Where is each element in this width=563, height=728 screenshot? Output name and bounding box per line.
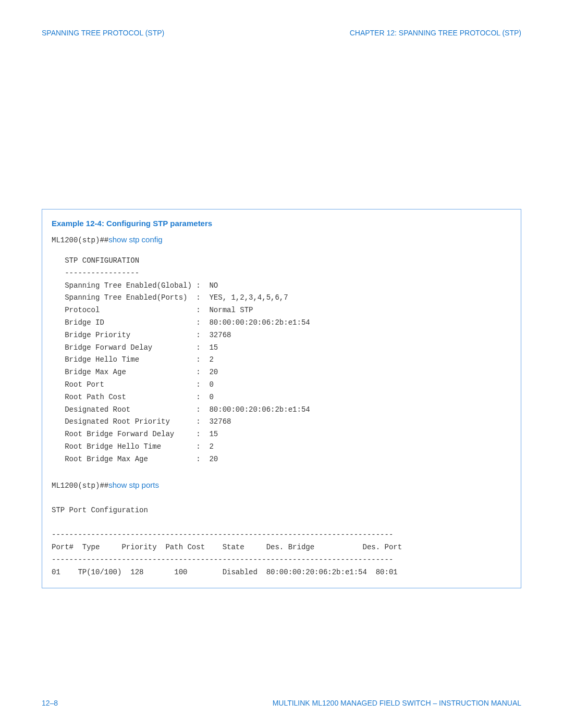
- stp-config-output: STP CONFIGURATION ----------------- Span…: [52, 255, 511, 466]
- cli-command-2: show stp ports: [108, 480, 159, 489]
- page-header: SPANNING TREE PROTOCOL (STP) CHAPTER 12:…: [42, 29, 521, 37]
- example-title: Example 12-4: Configuring STP parameters: [52, 219, 511, 228]
- prompt-line-2: ML1200(stp)##show stp ports: [52, 480, 511, 490]
- header-left: SPANNING TREE PROTOCOL (STP): [42, 29, 164, 37]
- cli-prompt-1: ML1200(stp)##: [52, 236, 108, 244]
- example-box: Example 12-4: Configuring STP parameters…: [42, 209, 521, 588]
- header-right: CHAPTER 12: SPANNING TREE PROTOCOL (STP): [350, 29, 521, 37]
- footer-left-page-number: 12–8: [42, 699, 58, 707]
- prompt-line-1: ML1200(stp)##show stp config: [52, 235, 511, 244]
- footer-right-manual-title: MULTILINK ML1200 MANAGED FIELD SWITCH – …: [273, 699, 521, 707]
- stp-ports-output: STP Port Configuration -----------------…: [52, 504, 511, 579]
- cli-command-1: show stp config: [108, 235, 162, 244]
- cli-prompt-2: ML1200(stp)##: [52, 482, 108, 490]
- page-footer: 12–8 MULTILINK ML1200 MANAGED FIELD SWIT…: [42, 683, 521, 707]
